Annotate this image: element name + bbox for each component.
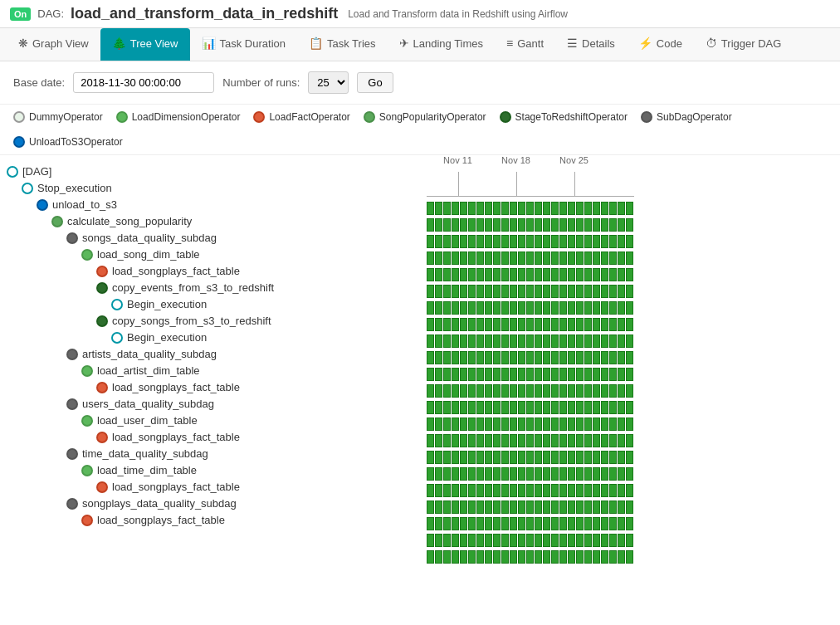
grid-cell[interactable] xyxy=(568,318,575,331)
grid-cell[interactable] xyxy=(601,368,608,381)
grid-cell[interactable] xyxy=(535,368,542,381)
grid-cell[interactable] xyxy=(468,351,476,364)
grid-cell[interactable] xyxy=(568,251,575,265)
grid-cell[interactable] xyxy=(543,301,550,315)
grid-cell[interactable] xyxy=(427,417,434,431)
grid-cell[interactable] xyxy=(576,500,584,514)
grid-cell[interactable] xyxy=(626,517,633,530)
grid-cell[interactable] xyxy=(551,318,559,331)
grid-cell[interactable] xyxy=(551,401,559,414)
grid-cell[interactable] xyxy=(543,434,550,447)
grid-cell[interactable] xyxy=(493,368,501,381)
grid-cell[interactable] xyxy=(551,484,559,497)
grid-cell[interactable] xyxy=(468,251,476,265)
grid-cell[interactable] xyxy=(485,451,492,464)
grid-cell[interactable] xyxy=(601,434,608,447)
grid-cell[interactable] xyxy=(576,368,584,381)
grid-cell[interactable] xyxy=(559,550,567,564)
grid-cell[interactable] xyxy=(601,218,608,232)
grid-cell[interactable] xyxy=(460,251,467,265)
grid-cell[interactable] xyxy=(601,301,608,315)
grid-cell[interactable] xyxy=(468,434,476,447)
grid-cell[interactable] xyxy=(427,534,434,547)
grid-cell[interactable] xyxy=(493,550,501,564)
grid-cell[interactable] xyxy=(593,268,600,281)
tab-tree-view[interactable]: 🌲 Tree View xyxy=(100,28,190,61)
grid-cell[interactable] xyxy=(543,467,550,481)
grid-cell[interactable] xyxy=(568,384,575,398)
grid-cell[interactable] xyxy=(618,251,625,265)
grid-cell[interactable] xyxy=(535,484,542,497)
grid-cell[interactable] xyxy=(584,517,592,530)
grid-cell[interactable] xyxy=(551,500,559,514)
grid-cell[interactable] xyxy=(435,301,442,315)
tree-node[interactable]: songs_data_quality_subdag xyxy=(0,230,423,247)
grid-cell[interactable] xyxy=(460,202,467,215)
grid-cell[interactable] xyxy=(427,268,434,281)
grid-cell[interactable] xyxy=(435,368,442,381)
grid-cell[interactable] xyxy=(476,517,484,530)
grid-cell[interactable] xyxy=(584,417,592,431)
grid-cell[interactable] xyxy=(593,434,600,447)
tree-node[interactable]: calculate_song_popularity xyxy=(0,213,423,230)
grid-cell[interactable] xyxy=(510,218,517,232)
grid-cell[interactable] xyxy=(609,384,617,398)
grid-cell[interactable] xyxy=(576,235,584,248)
grid-cell[interactable] xyxy=(460,517,467,530)
grid-cell[interactable] xyxy=(535,334,542,348)
grid-cell[interactable] xyxy=(609,251,617,265)
grid-cell[interactable] xyxy=(476,401,484,414)
grid-cell[interactable] xyxy=(593,351,600,364)
grid-cell[interactable] xyxy=(493,500,501,514)
grid-cell[interactable] xyxy=(601,550,608,564)
grid-cell[interactable] xyxy=(476,334,484,348)
grid-cell[interactable] xyxy=(427,285,434,298)
grid-cell[interactable] xyxy=(601,500,608,514)
grid-cell[interactable] xyxy=(518,384,525,398)
grid-cell[interactable] xyxy=(460,484,467,497)
grid-cell[interactable] xyxy=(559,285,567,298)
grid-cell[interactable] xyxy=(485,218,492,232)
grid-cell[interactable] xyxy=(526,417,534,431)
grid-cell[interactable] xyxy=(476,417,484,431)
grid-cell[interactable] xyxy=(609,318,617,331)
grid-cell[interactable] xyxy=(626,550,633,564)
grid-cell[interactable] xyxy=(435,351,442,364)
grid-cell[interactable] xyxy=(576,301,584,315)
grid-cell[interactable] xyxy=(551,550,559,564)
grid-cell[interactable] xyxy=(501,451,509,464)
grid-cell[interactable] xyxy=(501,484,509,497)
grid-cell[interactable] xyxy=(476,550,484,564)
grid-cell[interactable] xyxy=(576,467,584,481)
grid-cell[interactable] xyxy=(535,351,542,364)
grid-cell[interactable] xyxy=(501,500,509,514)
grid-cell[interactable] xyxy=(559,235,567,248)
grid-cell[interactable] xyxy=(485,500,492,514)
grid-cell[interactable] xyxy=(584,218,592,232)
grid-cell[interactable] xyxy=(493,467,501,481)
grid-cell[interactable] xyxy=(559,500,567,514)
grid-cell[interactable] xyxy=(435,235,442,248)
grid-cell[interactable] xyxy=(435,401,442,414)
tab-details[interactable]: ☰ Details xyxy=(555,28,627,61)
grid-cell[interactable] xyxy=(501,268,509,281)
num-runs-select[interactable]: 25 10 50 xyxy=(308,71,349,94)
grid-cell[interactable] xyxy=(551,251,559,265)
grid-cell[interactable] xyxy=(501,351,509,364)
tree-node[interactable]: time_data_quality_subdag xyxy=(0,446,423,462)
grid-cell[interactable] xyxy=(485,202,492,215)
grid-cell[interactable] xyxy=(535,401,542,414)
grid-cell[interactable] xyxy=(609,434,617,447)
grid-cell[interactable] xyxy=(543,517,550,530)
grid-cell[interactable] xyxy=(468,451,476,464)
grid-cell[interactable] xyxy=(543,401,550,414)
grid-cell[interactable] xyxy=(626,384,633,398)
grid-cell[interactable] xyxy=(526,517,534,530)
tab-trigger-dag[interactable]: ⏱ Trigger DAG xyxy=(694,28,793,61)
grid-cell[interactable] xyxy=(501,467,509,481)
grid-cell[interactable] xyxy=(618,334,625,348)
grid-cell[interactable] xyxy=(476,484,484,497)
grid-cell[interactable] xyxy=(468,301,476,315)
grid-cell[interactable] xyxy=(568,301,575,315)
grid-cell[interactable] xyxy=(584,550,592,564)
